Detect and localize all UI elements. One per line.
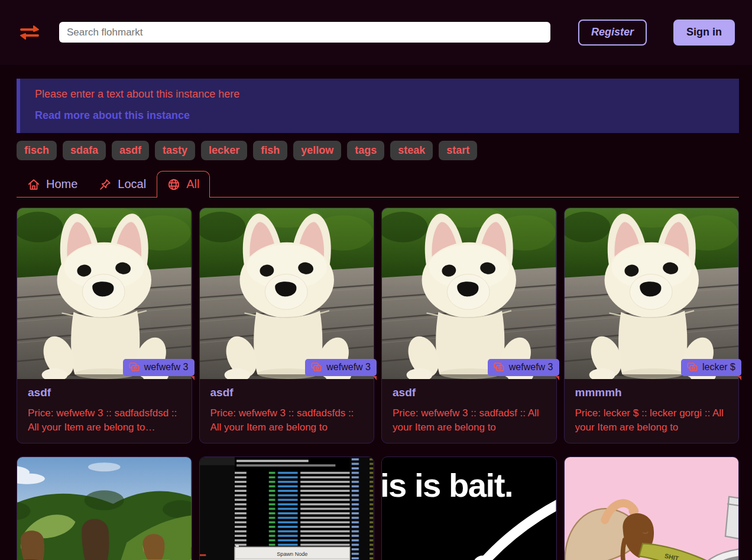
tag-list: fisch sdafa asdf tasty lecker fish yello… bbox=[17, 141, 739, 161]
tag-lecker[interactable]: lecker bbox=[201, 141, 247, 161]
listing-image-wrap: lecker $ bbox=[565, 208, 739, 379]
photos-icon bbox=[310, 361, 322, 373]
listing-title[interactable]: mmmmh bbox=[575, 386, 728, 399]
tab-local-label: Local bbox=[118, 177, 146, 191]
tag-tags[interactable]: tags bbox=[347, 141, 384, 161]
listing-body: asdf Price: wefwefw 3 :: sadfadsf :: All… bbox=[382, 379, 556, 443]
globe-icon bbox=[167, 178, 180, 191]
tag-fisch[interactable]: fisch bbox=[17, 141, 57, 161]
listing-grid: wefwefw 3 asdf Price: wefwefw 3 :: sadfa… bbox=[17, 208, 739, 560]
listing-title[interactable]: asdf bbox=[393, 386, 546, 399]
listing-card-2[interactable]: wefwefw 3 asdf Price: wefwefw 3 :: sadfa… bbox=[199, 208, 375, 444]
listing-title[interactable]: asdf bbox=[28, 386, 181, 399]
hippies-field-photo bbox=[17, 457, 192, 560]
instance-notice-text: Please enter a text about this instance … bbox=[35, 88, 727, 101]
listing-image-wrap bbox=[17, 457, 192, 560]
badge-label: lecker $ bbox=[702, 362, 735, 373]
listing-card-5[interactable] bbox=[17, 457, 192, 560]
listing-card-8[interactable] bbox=[564, 457, 740, 560]
terminal-screenshot-image bbox=[200, 457, 374, 560]
listing-price: Price: lecker $ :: lecker gorgi :: All y… bbox=[575, 406, 728, 435]
photos-icon bbox=[492, 361, 504, 373]
marshmallow-dog-photo bbox=[382, 208, 556, 379]
tab-home[interactable]: Home bbox=[17, 171, 88, 197]
photos-icon bbox=[128, 361, 140, 373]
tab-home-label: Home bbox=[46, 177, 77, 191]
marshmallow-dog-photo bbox=[17, 208, 192, 379]
tab-all-label: All bbox=[186, 177, 199, 191]
price-badge: wefwefw 3 bbox=[123, 359, 195, 376]
listing-image-wrap bbox=[382, 457, 556, 560]
tag-yellow[interactable]: yellow bbox=[293, 141, 341, 161]
vomit-comic-image bbox=[565, 457, 739, 560]
tab-all[interactable]: All bbox=[157, 171, 210, 197]
bait-meme-image bbox=[382, 457, 556, 560]
tab-local[interactable]: Local bbox=[88, 171, 157, 197]
price-badge: lecker $ bbox=[681, 359, 741, 376]
listing-image-wrap: wefwefw 3 bbox=[200, 208, 374, 379]
main-content: Please enter a text about this instance … bbox=[0, 79, 752, 560]
listing-body: asdf Price: wefwefw 3 :: sadfadsfdsd :: … bbox=[17, 379, 192, 443]
instance-notice: Please enter a text about this instance … bbox=[17, 79, 739, 133]
badge-label: wefwefw 3 bbox=[326, 362, 371, 373]
read-more-link[interactable]: Read more about this instance bbox=[35, 109, 190, 122]
listing-card-1[interactable]: wefwefw 3 asdf Price: wefwefw 3 :: sadfa… bbox=[17, 208, 192, 444]
home-icon bbox=[27, 178, 40, 191]
price-badge: wefwefw 3 bbox=[305, 359, 377, 376]
tag-fish[interactable]: fish bbox=[253, 141, 287, 161]
register-button[interactable]: Register bbox=[578, 20, 647, 46]
tag-sdafa[interactable]: sdafa bbox=[63, 141, 106, 161]
tag-start[interactable]: start bbox=[439, 141, 477, 161]
tag-asdf[interactable]: asdf bbox=[112, 141, 149, 161]
listing-price: Price: wefwefw 3 :: sadfadsf :: All your… bbox=[393, 406, 546, 435]
price-badge: wefwefw 3 bbox=[488, 359, 559, 376]
search-input[interactable] bbox=[59, 22, 550, 43]
listing-body: asdf Price: wefwefw 3 :: sadfadsfds :: A… bbox=[200, 379, 374, 443]
sign-in-button[interactable]: Sign in bbox=[673, 20, 735, 46]
listing-image-wrap: wefwefw 3 bbox=[17, 208, 192, 379]
search-wrap bbox=[59, 22, 550, 43]
listing-body: mmmmh Price: lecker $ :: lecker gorgi ::… bbox=[565, 379, 739, 443]
listing-image-wrap: wefwefw 3 bbox=[382, 208, 556, 379]
top-bar: Register Sign in bbox=[0, 0, 752, 65]
listing-card-3[interactable]: wefwefw 3 asdf Price: wefwefw 3 :: sadfa… bbox=[381, 208, 557, 444]
listing-image-wrap bbox=[565, 457, 739, 560]
badge-label: wefwefw 3 bbox=[509, 362, 553, 373]
listing-title[interactable]: asdf bbox=[210, 386, 364, 399]
tag-steak[interactable]: steak bbox=[390, 141, 433, 161]
listing-card-6[interactable] bbox=[199, 457, 375, 560]
tag-tasty[interactable]: tasty bbox=[155, 141, 195, 161]
marshmallow-dog-photo bbox=[200, 208, 374, 379]
listing-price: Price: wefwefw 3 :: sadfadsfds :: All yo… bbox=[210, 406, 364, 435]
marshmallow-dog-photo bbox=[565, 208, 739, 379]
listing-price: Price: wefwefw 3 :: sadfadsfdsd :: All y… bbox=[28, 406, 181, 435]
pin-icon bbox=[99, 178, 112, 191]
flohmarkt-logo-swap-arrows-icon[interactable] bbox=[19, 24, 40, 41]
feed-tabs: Home Local All bbox=[17, 171, 739, 198]
badge-label: wefwefw 3 bbox=[144, 362, 189, 373]
listing-card-7[interactable] bbox=[381, 457, 557, 560]
listing-image-wrap bbox=[200, 457, 374, 560]
listing-card-4[interactable]: lecker $ mmmmh Price: lecker $ :: lecker… bbox=[564, 208, 740, 444]
photos-icon bbox=[686, 361, 698, 373]
